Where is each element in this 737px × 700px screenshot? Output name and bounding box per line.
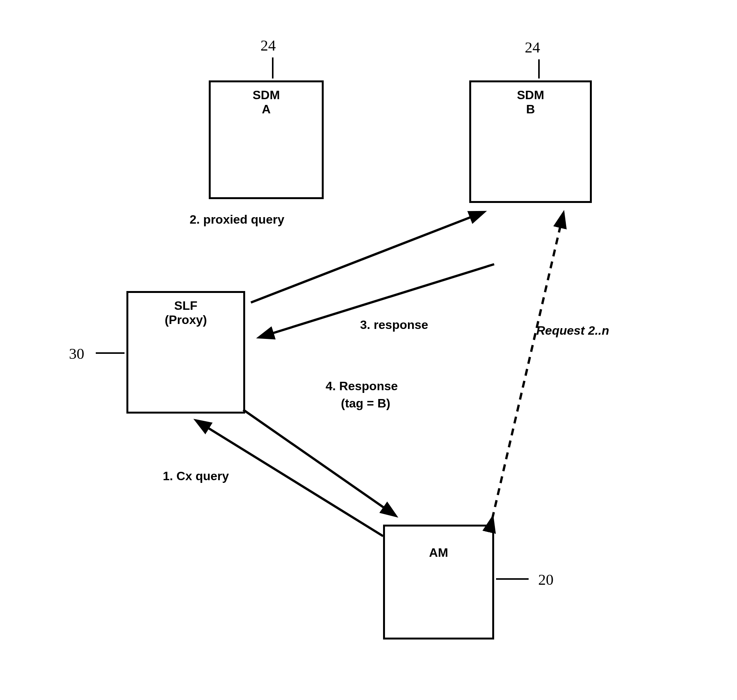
box-sdm-b-line1: SDM [517, 88, 544, 102]
ref-slf: 30 [69, 345, 84, 363]
ref-sdm-a: 24 [260, 36, 276, 54]
label-step1: 1. Cx query [163, 469, 229, 483]
arrows-layer [0, 0, 737, 700]
label-step4b: (tag = B) [341, 396, 390, 411]
label-request: Request 2..n [536, 324, 609, 338]
box-slf-line2: (Proxy) [165, 313, 207, 327]
arrow-step4 [243, 410, 395, 515]
ref-sdm-b: 24 [525, 38, 540, 56]
box-sdm-a: SDM A [209, 80, 324, 199]
ref-am: 20 [538, 571, 554, 589]
box-slf-line1: SLF [174, 299, 197, 313]
arrow-step2 [251, 213, 483, 303]
label-step4a: 4. Response [326, 379, 398, 393]
tick-sdm-b [538, 59, 540, 79]
box-am-line1: AM [429, 546, 448, 560]
box-sdm-a-line1: SDM [252, 88, 280, 102]
tick-sdm-a [272, 57, 274, 79]
box-sdm-a-line2: A [262, 102, 270, 116]
tick-am [496, 578, 529, 580]
box-slf: SLF (Proxy) [126, 291, 245, 414]
label-step3: 3. response [360, 318, 428, 332]
arrow-request [492, 214, 563, 519]
box-sdm-b: SDM B [469, 80, 592, 203]
tick-slf [96, 352, 124, 354]
box-sdm-b-line2: B [526, 102, 535, 116]
box-am: AM [383, 525, 494, 639]
label-step2: 2. proxied query [190, 213, 284, 227]
